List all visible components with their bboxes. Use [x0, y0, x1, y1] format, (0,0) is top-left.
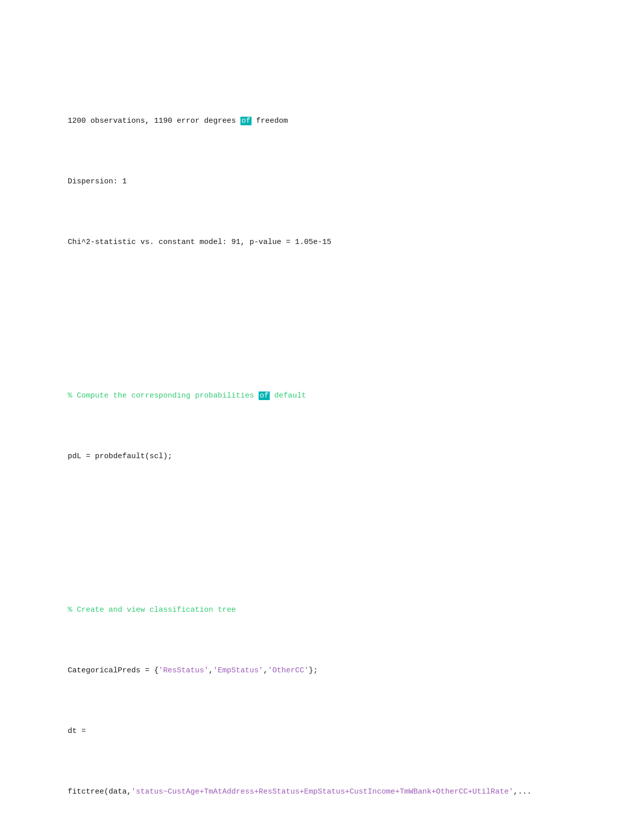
brace-close: };	[309, 666, 318, 675]
stats-block: 1200 observations, 1190 error degrees of…	[40, 79, 604, 285]
comment-prob-after: default	[270, 391, 306, 400]
resstatus-string: 'ResStatus'	[159, 666, 209, 675]
probabilities-section: % Compute the corresponding probabilitie…	[40, 354, 604, 499]
stat-freedom-text: freedom	[252, 117, 288, 125]
comment-probabilities-line: % Compute the corresponding probabilitie…	[40, 378, 604, 414]
fitctree-line: fitctree(data,'status~CustAge+TmAtAddres…	[40, 774, 604, 810]
dt-assign-line: dt =	[40, 713, 604, 750]
fitctree-after: ,...	[513, 788, 531, 796]
comment-classification-text: % Create and view classification tree	[68, 606, 236, 614]
pdl-line: pdL = probdefault(scl);	[40, 438, 604, 475]
comment-classification-line: % Create and view classification tree	[40, 592, 604, 628]
othercc-string: 'OtherCC'	[268, 666, 309, 675]
stat-line-3: Chi^2-statistic vs. constant model: 91, …	[40, 224, 604, 261]
dt-assign-code: dt =	[68, 727, 86, 735]
chi2-text: Chi^2-statistic vs. constant model: 91, …	[68, 238, 331, 247]
comma-1: ,	[209, 666, 213, 675]
categorical-preds-line: CategoricalPreds = {'ResStatus','EmpStat…	[40, 653, 604, 689]
stat-line-1: 1200 observations, 1190 error degrees of…	[40, 103, 604, 139]
stat-line-2: Dispersion: 1	[40, 164, 604, 200]
stat-observations-text: 1200 observations, 1190 error degrees	[68, 117, 240, 125]
formula-string: 'status~CustAge+TmAtAddress+ResStatus+Em…	[131, 788, 513, 796]
of-highlight-2: of	[259, 391, 270, 400]
pdl-code: pdL = probdefault(scl);	[68, 452, 172, 461]
fitctree-code: fitctree(data,	[68, 788, 131, 796]
of-highlight-1: of	[240, 117, 252, 125]
empstatus-string: 'EmpStatus'	[213, 666, 263, 675]
comma-2: ,	[263, 666, 268, 675]
cat-preds-code: CategoricalPreds = {	[68, 666, 159, 675]
classification-tree-section: % Create and view classification tree Ca…	[40, 568, 604, 834]
comment-prob-text: % Compute the corresponding probabilitie…	[68, 391, 259, 400]
dispersion-text: Dispersion: 1	[68, 177, 127, 186]
